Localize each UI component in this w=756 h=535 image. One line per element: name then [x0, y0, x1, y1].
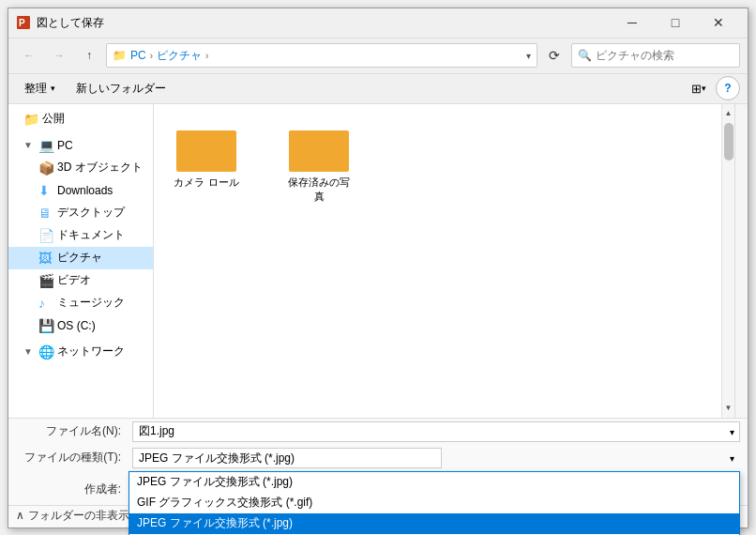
filename-input-wrapper: [132, 421, 740, 442]
filename-row: ファイル名(N):: [8, 419, 748, 445]
osc-icon: 💾: [38, 318, 53, 333]
filetype-select[interactable]: JPEG ファイル交換形式 (*.jpg) GIF グラフィックス交換形式 (*…: [132, 448, 442, 468]
desktop-icon: 🖥: [38, 206, 53, 221]
file-item-saved-photos[interactable]: 保存済みの写真: [281, 119, 356, 207]
sidebar-item-downloads[interactable]: ⬇ Downloads: [8, 179, 154, 202]
folder-toggle-button[interactable]: ∧ フォルダーの非表示: [16, 508, 129, 524]
forward-icon: →: [53, 49, 65, 62]
author-row: 作成者:: [16, 482, 129, 497]
sidebar-label-pc: PC: [57, 139, 73, 152]
author-label: 作成者:: [16, 482, 129, 497]
pc-expand-icon[interactable]: ▼: [23, 140, 33, 150]
dropdown-item-jpg[interactable]: JPEG ファイル交換形式 (*.jpg): [129, 472, 739, 493]
network-expand-icon[interactable]: ▼: [23, 346, 33, 357]
search-icon: 🔍: [578, 49, 592, 62]
sidebar-item-videos[interactable]: 🎬 ビデオ: [8, 269, 154, 292]
public-icon: 📁: [23, 112, 38, 127]
forward-button[interactable]: →: [46, 43, 72, 68]
sidebar-item-documents[interactable]: 📄 ドキュメント: [8, 224, 154, 247]
organize-label: 整理: [24, 81, 47, 97]
organize-dropdown-icon: ▾: [51, 84, 55, 93]
sidebar-label-videos: ビデオ: [57, 272, 91, 288]
address-bar: 📁 PC › ピクチャ › ▾: [106, 43, 537, 68]
organize-button[interactable]: 整理 ▾: [16, 76, 64, 100]
sidebar-label-public: 公開: [42, 111, 65, 127]
right-edge-scrollbar: [734, 104, 748, 418]
music-icon: ♪: [38, 296, 53, 311]
address-dropdown-btn[interactable]: ▾: [526, 51, 531, 61]
menu-bar: 整理 ▾ 新しいフォルダー ⊞ ▾ ?: [8, 74, 748, 104]
sidebar-container: 📁 公開 ▼ 💻 PC 📦 3D オブジェクト ⬇ Downloads: [8, 104, 154, 418]
address-pictures[interactable]: ピクチャ: [157, 48, 202, 64]
folder-body: [176, 130, 236, 172]
address-toolbar: ← → ↑ 📁 PC › ピクチャ › ▾ ⟳ 🔍: [8, 38, 748, 74]
search-box: 🔍: [571, 43, 740, 68]
filetype-row: ファイルの種類(T): JPEG ファイル交換形式 (*.jpg) GIF グラ…: [8, 445, 748, 471]
pictures-icon: 🖼: [38, 251, 53, 266]
sidebar-item-pc[interactable]: ▼ 💻 PC: [8, 134, 154, 157]
dropdown-item-jpg2-label: JPEG ファイル交換形式 (*.jpg): [137, 515, 293, 531]
refresh-button[interactable]: ⟳: [541, 43, 567, 68]
filetype-label: ファイルの種類(T):: [16, 450, 129, 466]
sidebar-label-desktop: デスクトップ: [57, 205, 125, 221]
3d-objects-icon: 📦: [38, 160, 53, 176]
help-button[interactable]: ?: [716, 76, 740, 100]
pc-icon: 💻: [38, 138, 53, 153]
new-folder-label: 新しいフォルダー: [76, 81, 166, 97]
new-folder-button[interactable]: 新しいフォルダー: [68, 76, 174, 100]
sidebar-label-music: ミュージック: [57, 295, 125, 311]
videos-icon: 🎬: [38, 273, 53, 288]
scroll-down-arrow[interactable]: ▼: [722, 401, 735, 416]
content-area: 📁 公開 ▼ 💻 PC 📦 3D オブジェクト ⬇ Downloads: [8, 104, 748, 418]
address-sep1: ›: [150, 51, 153, 61]
address-icon: 📁: [113, 49, 127, 62]
window-title: 図として保存: [37, 15, 611, 31]
dropdown-item-gif[interactable]: GIF グラフィックス交換形式 (*.gif): [129, 493, 739, 513]
sidebar-item-pictures[interactable]: 🖼 ピクチャ: [8, 247, 154, 269]
sidebar-label-network: ネットワーク: [57, 344, 125, 359]
back-button[interactable]: ←: [16, 43, 42, 68]
sidebar-label-downloads: Downloads: [57, 184, 113, 197]
sidebar-label-3d-objects: 3D オブジェクト: [57, 160, 143, 176]
main-scrollbar-thumb: [724, 123, 733, 160]
filetype-select-wrapper: JPEG ファイル交換形式 (*.jpg) GIF グラフィックス交換形式 (*…: [132, 448, 740, 468]
close-button[interactable]: ✕: [697, 8, 740, 38]
folder-icon-camera-roll: [176, 123, 236, 172]
folder-toggle-arrow-icon: ∧: [16, 509, 24, 522]
file-label-saved-photos: 保存済みの写真: [285, 176, 353, 204]
sidebar-item-3d-objects[interactable]: 📦 3D オブジェクト: [8, 157, 154, 179]
minimize-button[interactable]: ─: [611, 8, 654, 38]
up-button[interactable]: ↑: [76, 43, 102, 68]
refresh-icon: ⟳: [549, 48, 560, 63]
up-icon: ↑: [86, 49, 92, 62]
sidebar-label-documents: ドキュメント: [57, 227, 125, 243]
file-item-camera-roll[interactable]: カメラ ロール: [169, 119, 244, 207]
title-bar: P 図として保存 ─ □ ✕: [8, 8, 748, 38]
svg-text:P: P: [19, 18, 25, 28]
network-icon: 🌐: [38, 344, 53, 359]
scroll-up-arrow[interactable]: ▲: [722, 106, 735, 121]
filetype-dropdown-list: JPEG ファイル交換形式 (*.jpg) GIF グラフィックス交換形式 (*…: [129, 471, 740, 536]
sidebar-item-network[interactable]: ▼ 🌐 ネットワーク: [8, 341, 154, 363]
sidebar-item-desktop[interactable]: 🖥 デスクトップ: [8, 202, 154, 224]
address-pc[interactable]: PC: [130, 49, 146, 62]
folder-body-saved: [289, 130, 349, 172]
maximize-button[interactable]: □: [654, 8, 697, 38]
dialog-window: P 図として保存 ─ □ ✕ ← → ↑ 📁 PC › ピクチャ › ▾ ⟳: [8, 8, 748, 528]
search-input[interactable]: [596, 49, 736, 62]
folder-toggle-label: フォルダーの非表示: [28, 508, 129, 524]
sidebar-item-public[interactable]: 📁 公開: [8, 108, 154, 130]
app-icon: P: [16, 15, 31, 30]
filename-input[interactable]: [132, 421, 740, 442]
view-toggle-button[interactable]: ⊞ ▾: [686, 76, 712, 100]
window-controls: ─ □ ✕: [611, 8, 740, 38]
main-panel: カメラ ロール 保存済みの写真 ▲ ▼: [154, 104, 734, 418]
documents-icon: 📄: [38, 228, 53, 243]
dropdown-item-jpg2[interactable]: JPEG ファイル交換形式 (*.jpg): [129, 513, 739, 534]
help-icon: ?: [724, 82, 731, 95]
sidebar-item-music[interactable]: ♪ ミュージック: [8, 292, 154, 314]
dropdown-item-jpg-label: JPEG ファイル交換形式 (*.jpg): [137, 474, 293, 490]
view-icons: ⊞ ▾: [686, 76, 712, 100]
sidebar-item-osc[interactable]: 💾 OS (C:): [8, 314, 154, 337]
address-sep2: ›: [205, 51, 208, 61]
